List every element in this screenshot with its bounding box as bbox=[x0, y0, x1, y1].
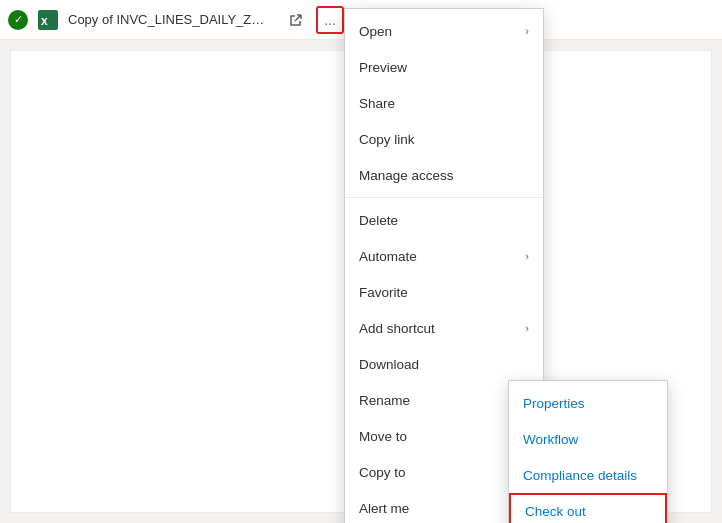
submenu-item-compliance[interactable]: Compliance details bbox=[509, 457, 667, 493]
menu-item-download[interactable]: Download bbox=[345, 346, 543, 382]
top-actions: ... bbox=[282, 6, 344, 34]
more-options-button[interactable]: ... bbox=[316, 6, 344, 34]
menu-item-automate[interactable]: Automate › bbox=[345, 238, 543, 274]
share-button[interactable] bbox=[282, 6, 310, 34]
chevron-right-icon-3: › bbox=[525, 322, 529, 334]
menu-item-delete[interactable]: Delete bbox=[345, 202, 543, 238]
context-menu-secondary: Properties Workflow Compliance details C… bbox=[508, 380, 668, 523]
menu-item-copy-link[interactable]: Copy link bbox=[345, 121, 543, 157]
menu-item-add-shortcut[interactable]: Add shortcut › bbox=[345, 310, 543, 346]
file-name: Copy of INVC_LINES_DAILY_Z1.... bbox=[68, 12, 268, 27]
menu-item-manage-access[interactable]: Manage access bbox=[345, 157, 543, 193]
menu-item-preview[interactable]: Preview bbox=[345, 49, 543, 85]
menu-item-favorite[interactable]: Favorite bbox=[345, 274, 543, 310]
submenu-item-checkout[interactable]: Check out bbox=[509, 493, 667, 523]
status-icon: ✓ bbox=[8, 10, 28, 30]
menu-divider-1 bbox=[345, 197, 543, 198]
submenu-item-workflow[interactable]: Workflow bbox=[509, 421, 667, 457]
chevron-right-icon: › bbox=[525, 25, 529, 37]
menu-item-open[interactable]: Open › bbox=[345, 13, 543, 49]
svg-text:x: x bbox=[41, 14, 48, 28]
chevron-right-icon-2: › bbox=[525, 250, 529, 262]
ellipsis-icon: ... bbox=[324, 12, 336, 28]
excel-file-icon: x bbox=[36, 8, 60, 32]
menu-item-share[interactable]: Share bbox=[345, 85, 543, 121]
submenu-item-properties[interactable]: Properties bbox=[509, 385, 667, 421]
